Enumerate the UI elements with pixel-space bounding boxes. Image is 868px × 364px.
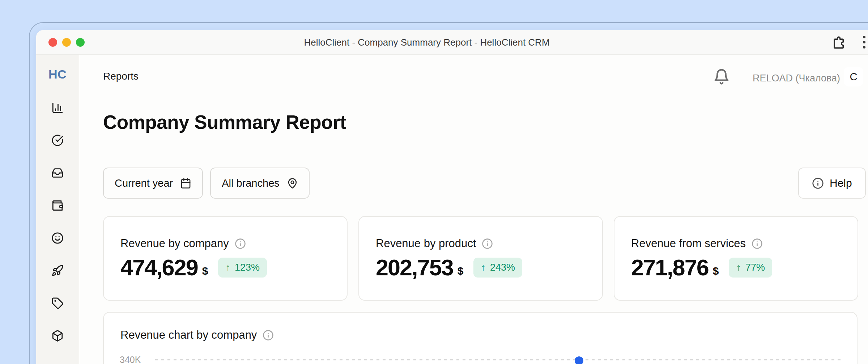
info-icon[interactable]: [235, 238, 246, 249]
stat-value: 474,629: [120, 255, 198, 280]
trend-badge: ↑ 123%: [218, 258, 267, 278]
arrow-up-icon: ↑: [481, 262, 486, 273]
y-axis-tick: 340K: [120, 355, 141, 364]
stat-card-revenue-from-services: Revenue from services 271,876 $ ↑: [614, 216, 858, 301]
smile-icon: [51, 232, 64, 244]
info-icon[interactable]: [263, 330, 274, 341]
browser-titlebar: HelloClient - Company Summary Report - H…: [36, 30, 868, 55]
help-button[interactable]: Help: [798, 168, 866, 199]
trend-badge: ↑ 243%: [473, 258, 522, 278]
period-filter-label: Current year: [115, 177, 173, 189]
sidebar-item-payments[interactable]: [51, 199, 64, 212]
browser-menu-icon[interactable]: [863, 36, 865, 48]
sidebar-item-clients[interactable]: [51, 232, 64, 244]
app-logo[interactable]: HC: [48, 66, 67, 82]
sidebar-item-pricing[interactable]: [51, 297, 64, 309]
avatar[interactable]: C: [844, 67, 863, 86]
browser-window: HelloClient - Company Summary Report - H…: [36, 30, 868, 364]
stat-card-revenue-by-company: Revenue by company 474,629 $ ↑ 1: [103, 216, 348, 301]
info-icon[interactable]: [752, 238, 763, 249]
sidebar-item-inbox[interactable]: [51, 167, 64, 179]
sidebar-item-tasks[interactable]: [51, 134, 64, 147]
inbox-icon: [51, 167, 64, 179]
sidebar-item-reports[interactable]: [51, 102, 64, 114]
stat-card-revenue-by-product: Revenue by product 202,753 $ ↑ 2: [358, 216, 603, 301]
stat-value: 202,753: [376, 255, 453, 280]
currency-symbol: $: [202, 265, 208, 277]
calendar-icon: [180, 178, 191, 189]
check-circle-icon: [51, 134, 64, 147]
rocket-icon: [51, 264, 64, 277]
page-title: Company Summary Report: [103, 111, 346, 133]
chart-title: Revenue chart by company: [120, 329, 257, 342]
arrow-up-icon: ↑: [736, 262, 741, 273]
info-icon: [812, 177, 824, 189]
stat-title: Revenue by product: [376, 237, 476, 250]
sidebar-nav: [51, 102, 64, 342]
info-icon[interactable]: [482, 238, 493, 249]
branch-filter-label: All branches: [222, 177, 280, 189]
sidebar: HC: [36, 55, 79, 364]
bar-chart-icon: [51, 102, 64, 114]
wallet-icon: [51, 199, 64, 212]
sidebar-item-marketing[interactable]: [51, 264, 64, 277]
notifications-button[interactable]: [713, 68, 730, 86]
branch-filter-button[interactable]: All branches: [210, 168, 310, 199]
arrow-up-icon: ↑: [225, 262, 230, 273]
stat-cards-row: Revenue by company 474,629 $ ↑ 1: [103, 216, 858, 301]
bell-icon: [713, 68, 730, 85]
cursor-marker: [575, 356, 583, 364]
tag-icon: [51, 297, 64, 309]
map-pin-icon: [287, 178, 298, 189]
screen: HelloClient - Company Summary Report - H…: [0, 0, 868, 364]
chart-gridline: [155, 359, 842, 360]
window-title: HelloClient - Company Summary Report - H…: [36, 30, 817, 55]
trend-value: 123%: [235, 262, 260, 273]
main-content: Reports RELOAD (Чкалова) C Company Summa…: [79, 55, 868, 364]
period-filter-button[interactable]: Current year: [103, 168, 203, 199]
revenue-chart-card: Revenue chart by company 340K: [103, 312, 858, 364]
trend-value: 243%: [490, 262, 515, 273]
trend-badge: ↑ 77%: [729, 258, 772, 278]
help-button-label: Help: [830, 177, 852, 189]
stat-title: Revenue from services: [631, 237, 746, 250]
filter-bar: Current year All branches: [103, 168, 310, 199]
currency-symbol: $: [458, 265, 464, 277]
stat-value: 271,876: [631, 255, 709, 280]
stat-title: Revenue by company: [120, 237, 229, 250]
package-icon: [51, 330, 64, 342]
breadcrumb: Reports: [103, 71, 139, 82]
sidebar-item-inventory[interactable]: [51, 330, 64, 342]
extensions-icon[interactable]: [831, 35, 846, 51]
trend-value: 77%: [745, 262, 765, 273]
account-name[interactable]: RELOAD (Чкалова): [753, 73, 840, 84]
currency-symbol: $: [713, 265, 719, 277]
